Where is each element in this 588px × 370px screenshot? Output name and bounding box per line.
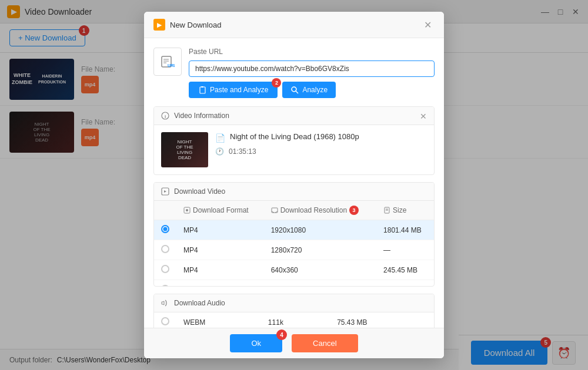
video-table-wrapper: Download Format Download Resolution 3 [154,201,434,286]
download-video-header: Download Video [154,183,434,201]
video-duration: 01:35:13 [229,147,256,156]
table-row[interactable]: MP4 640x360 245.45 MB [154,260,434,280]
analyze-label: Analyze [302,86,328,94]
audio-icon [161,299,169,307]
clipboard-icon [198,86,206,94]
radio-cell[interactable] [154,260,176,280]
video-details: 📄 Night of the Living Dead (1968) 1080p … [215,132,427,156]
radio-button[interactable] [161,265,169,273]
download-audio-header: Download Audio [154,294,434,312]
url-right: Paste URL Paste and Analyze 2 Analyze [189,48,435,98]
video-info-inner: NIGHTOF THELIVINGDEAD 📄 Night of the Liv… [161,132,427,167]
cancel-button[interactable]: Cancel [292,334,358,352]
close-video-info-button[interactable]: ✕ [420,112,427,121]
table-row[interactable]: MP4 1920x1080 1801.44 MB [154,220,434,240]
size-col-header: Size [376,201,434,220]
select-col-header [154,201,176,220]
url-actions: Paste and Analyze 2 Analyze [189,82,435,98]
format-col-header: Download Format [176,201,264,220]
paste-analyze-label: Paste and Analyze [210,86,268,94]
ok-label: Ok [251,339,261,348]
modal-footer: Ok 4 Cancel [144,328,444,358]
ok-button[interactable]: Ok 4 [230,334,282,352]
size-cell: 1801.44 MB [376,220,434,240]
download-audio-section: Download Audio WEBM 111k 75.43 MB M4A 12… [153,294,435,328]
radio-button[interactable] [161,317,169,325]
paste-url-label: Paste URL [189,48,435,56]
svg-text:i: i [165,114,166,119]
svg-text:URL: URL [168,63,175,68]
table-row[interactable]: MP4 640x360 322.33 MB [154,280,434,287]
radio-button[interactable] [161,245,169,253]
size-cell: 322.33 MB [376,280,434,287]
modal-title: New Download [170,21,221,29]
video-thumb-image: NIGHTOF THELIVINGDEAD [161,132,208,167]
format-cell: MP4 [176,220,264,240]
video-info-content: NIGHTOF THELIVINGDEAD 📄 Night of the Liv… [154,125,434,174]
clock-icon: 🕐 [215,147,224,156]
resolution-cell: 1920x1080 [264,220,376,240]
video-info-section: i Video Information NIGHTOF THELIVINGDEA… [153,106,435,175]
video-title-row: 📄 Night of the Living Dead (1968) 1080p [215,132,427,143]
svg-line-8 [296,91,298,93]
svg-rect-6 [201,86,203,88]
radio-cell[interactable] [154,240,176,260]
video-thumbnail: NIGHTOF THELIVINGDEAD [161,132,208,167]
size-cell: — [376,240,434,260]
cancel-label: Cancel [313,339,336,348]
resolution-cell: 640x360 [264,260,376,280]
svg-rect-5 [200,87,205,93]
quality-cell: 111k [261,312,330,328]
radio-cell[interactable] [154,220,176,240]
url-document-icon: URL [161,56,175,68]
size-cell: 245.45 MB [376,260,434,280]
svg-point-7 [292,87,296,92]
video-info-label: Video Information [174,112,229,120]
audio-format-table: WEBM 111k 75.43 MB M4A 129k 88.17 MB [154,312,434,328]
resolution-badge: 3 [349,206,359,215]
url-icon-box: URL [153,48,182,76]
radio-button[interactable] [161,285,169,286]
resolution-cell: 640x360 [264,280,376,287]
table-row[interactable]: MP4 1280x720 — [154,240,434,260]
paste-analyze-badge: 2 [272,78,281,88]
analyze-button[interactable]: Analyze [282,82,336,98]
video-info-header: i Video Information [154,107,434,125]
download-audio-label: Download Audio [174,299,225,307]
url-section: URL Paste URL Paste and Analyze 2 [153,48,435,98]
resolution-col-header: Download Resolution 3 [264,201,376,220]
size-cell: 75.43 MB [330,312,434,328]
resolution-col-icon [271,207,278,214]
radio-cell[interactable] [154,312,176,328]
radio-button[interactable] [161,225,169,233]
format-col-label: Download Format [193,206,249,214]
table-row[interactable]: WEBM 111k 75.43 MB [154,312,434,328]
svg-marker-12 [164,190,166,193]
resolution-col-label: Download Resolution [280,206,347,214]
info-icon: i [161,112,169,120]
search-icon [290,86,299,94]
radio-cell[interactable] [154,280,176,287]
download-video-label: Download Video [174,187,225,196]
format-cell: MP4 [176,280,264,287]
size-col-label: Size [393,206,406,214]
download-video-section: Download Video Download Format [153,182,435,287]
modal-close-button[interactable]: ✕ [420,18,435,32]
format-col-icon [183,207,191,214]
modal-app-icon: ▶ [153,19,165,31]
modal-titlebar: ▶ New Download ✕ [144,12,444,38]
url-input[interactable] [189,60,435,77]
format-cell: MP4 [176,260,264,280]
video-title: Night of the Living Dead (1968) 1080p [230,132,359,141]
file-icon: 📄 [215,133,225,143]
ok-badge: 4 [276,329,287,340]
svg-point-14 [186,209,188,211]
paste-and-analyze-button[interactable]: Paste and Analyze 2 [189,82,278,98]
duration-row: 🕐 01:35:13 [215,147,427,156]
modal-overlay: ▶ New Download ✕ URL Paste [0,0,588,370]
modal-body: URL Paste URL Paste and Analyze 2 [144,38,444,328]
format-cell: MP4 [176,240,264,260]
modal-title-left: ▶ New Download [153,19,221,31]
video-format-table: Download Format Download Resolution 3 [154,201,434,286]
download-video-icon [161,187,169,196]
